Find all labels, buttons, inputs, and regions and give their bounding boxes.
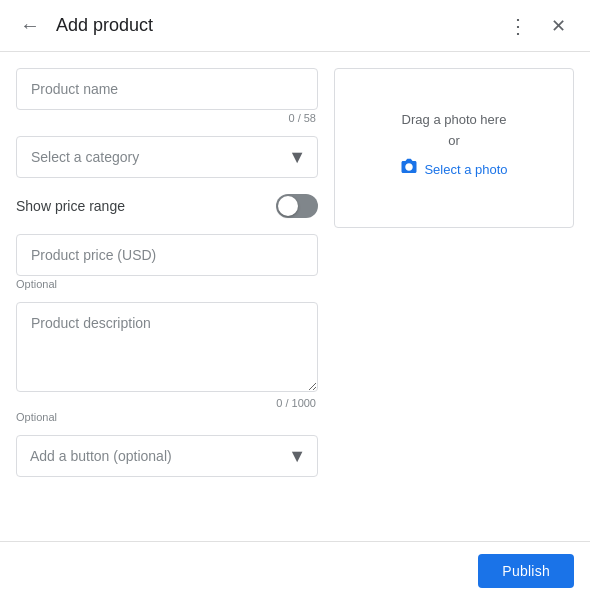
product-price-optional: Optional xyxy=(16,278,318,290)
product-description-group: 0 / 1000 Optional xyxy=(16,302,318,423)
product-description-char-count: 0 / 1000 xyxy=(16,397,318,409)
dialog-title: Add product xyxy=(56,15,153,36)
add-button-wrapper: ▼ Add a button (optional) xyxy=(16,435,318,477)
close-icon: ✕ xyxy=(551,15,566,37)
category-wrapper: Select a category ▼ xyxy=(16,136,318,178)
product-description-optional: Optional xyxy=(16,411,318,423)
photo-upload-icon xyxy=(400,158,418,181)
price-range-toggle-row: Show price range xyxy=(16,190,318,222)
dialog-footer: Publish xyxy=(0,541,590,600)
add-button-select[interactable] xyxy=(16,435,318,477)
product-description-wrapper xyxy=(16,302,318,395)
product-price-group: Optional xyxy=(16,234,318,290)
svg-rect-0 xyxy=(407,158,412,160)
price-range-toggle[interactable] xyxy=(276,194,318,218)
product-name-group: 0 / 58 xyxy=(16,68,318,124)
more-options-icon: ⋮ xyxy=(508,14,529,38)
drag-photo-text: Drag a photo here xyxy=(402,112,507,127)
back-button[interactable]: ← xyxy=(16,10,44,41)
price-range-label: Show price range xyxy=(16,198,125,214)
product-description-input[interactable] xyxy=(16,302,318,392)
product-name-input[interactable] xyxy=(16,68,318,110)
add-button-group: ▼ Add a button (optional) xyxy=(16,435,318,477)
left-panel: 0 / 58 Select a category ▼ Show price ra… xyxy=(16,68,318,525)
product-name-char-count: 0 / 58 xyxy=(16,112,318,124)
select-photo-button[interactable]: Select a photo xyxy=(392,154,515,185)
category-group: Select a category ▼ xyxy=(16,136,318,178)
publish-button[interactable]: Publish xyxy=(478,554,574,588)
photo-or-text: or xyxy=(448,133,460,148)
toggle-thumb xyxy=(278,196,298,216)
category-select[interactable]: Select a category xyxy=(16,136,318,178)
right-panel: Drag a photo here or Select a photo xyxy=(334,68,574,525)
product-price-input[interactable] xyxy=(16,234,318,276)
dialog-header: ← Add product ⋮ ✕ xyxy=(0,0,590,52)
header-actions: ⋮ ✕ xyxy=(502,10,574,42)
product-name-wrapper xyxy=(16,68,318,110)
header-left: ← Add product xyxy=(16,10,502,41)
photo-upload-area[interactable]: Drag a photo here or Select a photo xyxy=(334,68,574,228)
close-button[interactable]: ✕ xyxy=(542,10,574,42)
dialog-content: 0 / 58 Select a category ▼ Show price ra… xyxy=(0,52,590,541)
more-options-button[interactable]: ⋮ xyxy=(502,10,534,42)
select-photo-label: Select a photo xyxy=(424,162,507,177)
add-product-dialog: ← Add product ⋮ ✕ 0 / 58 xyxy=(0,0,590,600)
